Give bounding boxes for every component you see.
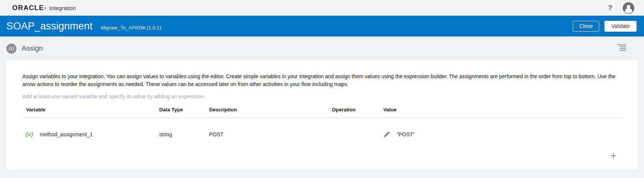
assign-panel: Assign variables to your integration. Yo… <box>6 60 638 169</box>
table-header-row: Variable Data Type Description Operation… <box>22 107 623 118</box>
page-title: SOAP_assignment <box>6 20 92 32</box>
validate-button[interactable]: Validate <box>604 21 637 32</box>
page-header: SOAP_assignment Migrate_To_APIGW (1.0.1)… <box>0 16 644 36</box>
assign-fx-icon: (x) <box>6 44 16 54</box>
assign-section-bar: (x) Assign <box>0 36 644 60</box>
edit-pencil-icon[interactable] <box>383 131 390 138</box>
column-header-variable: Variable <box>22 107 159 118</box>
assign-description: Assign variables to your integration. Yo… <box>22 73 619 88</box>
page-header-titles: SOAP_assignment Migrate_To_APIGW (1.0.1) <box>6 20 161 32</box>
close-button[interactable]: Close <box>573 21 600 32</box>
app-topbar: ORACLE® Integration ? <box>0 0 644 16</box>
reorder-menu-icon[interactable] <box>617 44 626 53</box>
user-avatar-icon[interactable] <box>623 2 634 14</box>
value-expression: "POST" <box>397 131 415 137</box>
column-header-value: Value <box>383 107 623 118</box>
topbar-actions: ? <box>607 2 634 14</box>
oracle-logo: ORACLE <box>12 4 44 12</box>
add-row-container: + <box>22 152 619 160</box>
integration-version-label: Migrate_To_APIGW (1.0.1) <box>101 25 161 31</box>
operation-cell <box>332 118 383 151</box>
table-row[interactable]: (x) method_assignment_1 string POST <box>22 118 623 151</box>
product-name: Integration <box>49 5 76 11</box>
column-header-data-type: Data Type <box>159 107 209 118</box>
brand: ORACLE® Integration <box>12 4 76 12</box>
assign-section-title-group: (x) Assign <box>6 44 43 54</box>
value-cell: "POST" <box>383 131 623 138</box>
add-variable-button[interactable]: + <box>610 152 616 160</box>
variable-fx-icon: (x) <box>22 131 33 138</box>
column-header-description: Description <box>209 107 332 118</box>
page-header-actions: Close Validate <box>573 21 637 32</box>
description-cell: POST <box>209 118 332 151</box>
column-header-operation: Operation <box>332 107 383 118</box>
section-title: Assign <box>22 44 43 53</box>
data-type-cell: string <box>159 118 209 151</box>
variable-name: method_assignment_1 <box>40 131 93 137</box>
help-icon[interactable]: ? <box>607 4 614 12</box>
variable-cell: (x) method_assignment_1 <box>22 131 159 138</box>
trademark-mark: ® <box>44 7 46 10</box>
variables-table: Variable Data Type Description Operation… <box>22 107 623 151</box>
add-variable-hint: Add at least one named variable and spec… <box>22 93 619 99</box>
